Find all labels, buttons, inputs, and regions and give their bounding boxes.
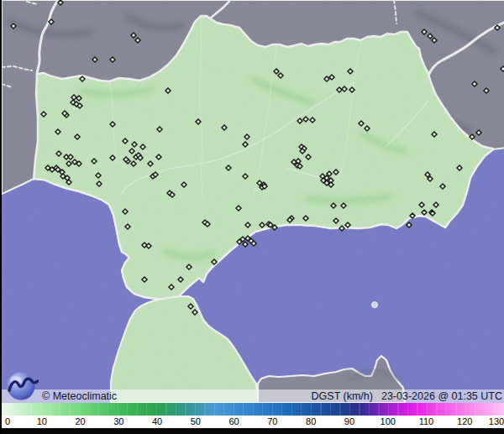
scale-tick-label: 80 [306, 416, 316, 426]
scale-tick-label: 90 [344, 416, 354, 426]
scale-tick-label: 110 [419, 416, 434, 426]
scale-tick-label: 120 [457, 416, 472, 426]
terrain-grain [2, 0, 504, 403]
weather-map [2, 0, 504, 403]
scale-tick-label: 30 [113, 416, 123, 426]
datetime-text: 23-03-2026 @ 01:35 UTC [381, 390, 502, 402]
scale-tick-label: 60 [228, 416, 239, 426]
bottom-border-strip [2, 428, 504, 434]
scale-steps-overlay [2, 403, 504, 416]
product-label: DGST (km/h) [312, 390, 373, 402]
map-canvas[interactable] [2, 0, 504, 403]
scale-tick-label: 10 [37, 416, 47, 426]
scale-tick-label: 0 [5, 416, 10, 426]
scale-tick-label: 50 [191, 416, 201, 426]
scale-tick-row: 0102030405060708090100110120130 [2, 416, 504, 428]
wind-gust-color-scale [2, 403, 504, 416]
product-datetime: DGST (km/h) 23-03-2026 @ 01:35 UTC [312, 390, 504, 402]
weather-map-page: © Meteoclimatic DGST (km/h) 23-03-2026 @… [0, 0, 504, 434]
attribution-bar: © Meteoclimatic DGST (km/h) 23-03-2026 @… [2, 390, 504, 403]
scale-tick-label: 70 [267, 416, 277, 426]
meteoclimatic-logo[interactable] [5, 370, 39, 402]
scale-tick-label: 130 [489, 416, 504, 426]
scale-tick-label: 100 [381, 416, 396, 426]
scale-tick-label: 40 [152, 416, 162, 426]
scale-tick-label: 20 [75, 416, 85, 426]
